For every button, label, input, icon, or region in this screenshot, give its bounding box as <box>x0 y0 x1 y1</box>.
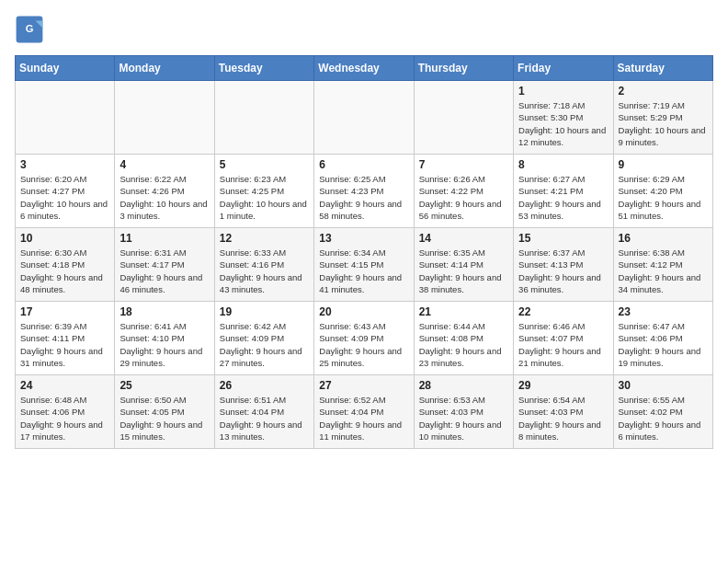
weekday-header: Friday <box>514 56 613 81</box>
day-content: Sunrise: 6:23 AM Sunset: 4:25 PM Dayligh… <box>220 173 309 222</box>
day-number: 19 <box>220 305 309 318</box>
weekday-header: Saturday <box>613 56 712 81</box>
day-content: Sunrise: 6:25 AM Sunset: 4:23 PM Dayligh… <box>319 173 408 222</box>
day-number: 8 <box>518 158 608 171</box>
day-number: 14 <box>419 232 508 245</box>
calendar-cell <box>314 81 414 155</box>
day-content: Sunrise: 6:48 AM Sunset: 4:06 PM Dayligh… <box>20 394 109 442</box>
day-content: Sunrise: 6:35 AM Sunset: 4:14 PM Dayligh… <box>419 247 508 295</box>
calendar-cell <box>115 81 214 155</box>
day-content: Sunrise: 7:18 AM Sunset: 5:30 PM Dayligh… <box>518 99 608 148</box>
calendar-cell: 16Sunrise: 6:38 AM Sunset: 4:12 PM Dayli… <box>613 228 712 302</box>
calendar-cell: 14Sunrise: 6:35 AM Sunset: 4:14 PM Dayli… <box>414 228 513 302</box>
day-number: 24 <box>20 379 109 392</box>
day-number: 17 <box>20 305 109 318</box>
day-number: 21 <box>419 305 508 318</box>
weekday-header: Sunday <box>16 56 115 81</box>
calendar-cell <box>16 81 115 155</box>
day-content: Sunrise: 6:46 AM Sunset: 4:07 PM Dayligh… <box>518 320 608 369</box>
day-content: Sunrise: 6:47 AM Sunset: 4:06 PM Dayligh… <box>619 320 708 369</box>
calendar-cell: 29Sunrise: 6:54 AM Sunset: 4:03 PM Dayli… <box>514 375 613 449</box>
day-content: Sunrise: 6:42 AM Sunset: 4:09 PM Dayligh… <box>220 320 309 369</box>
day-content: Sunrise: 6:52 AM Sunset: 4:04 PM Dayligh… <box>319 394 408 442</box>
calendar-cell: 30Sunrise: 6:55 AM Sunset: 4:02 PM Dayli… <box>613 375 712 449</box>
calendar-cell: 2Sunrise: 7:19 AM Sunset: 5:29 PM Daylig… <box>613 81 712 155</box>
logo: G <box>15 15 48 44</box>
day-content: Sunrise: 6:50 AM Sunset: 4:05 PM Dayligh… <box>119 394 209 442</box>
day-number: 10 <box>20 232 109 245</box>
day-number: 26 <box>220 379 309 392</box>
calendar-cell <box>214 81 313 155</box>
day-content: Sunrise: 6:43 AM Sunset: 4:09 PM Dayligh… <box>319 320 408 369</box>
day-number: 9 <box>619 158 708 171</box>
page-header: G <box>15 15 713 44</box>
logo-icon: G <box>15 15 44 44</box>
day-number: 5 <box>220 158 309 171</box>
calendar-cell: 17Sunrise: 6:39 AM Sunset: 4:11 PM Dayli… <box>16 302 115 375</box>
day-content: Sunrise: 6:22 AM Sunset: 4:26 PM Dayligh… <box>119 173 209 222</box>
day-number: 4 <box>119 158 209 171</box>
day-number: 1 <box>518 85 608 98</box>
day-number: 18 <box>119 305 209 318</box>
day-number: 20 <box>319 305 408 318</box>
day-content: Sunrise: 7:19 AM Sunset: 5:29 PM Dayligh… <box>619 99 708 148</box>
day-content: Sunrise: 6:41 AM Sunset: 4:10 PM Dayligh… <box>119 320 209 369</box>
day-content: Sunrise: 6:26 AM Sunset: 4:22 PM Dayligh… <box>419 173 508 222</box>
calendar-cell: 21Sunrise: 6:44 AM Sunset: 4:08 PM Dayli… <box>414 302 513 375</box>
calendar-cell: 26Sunrise: 6:51 AM Sunset: 4:04 PM Dayli… <box>214 375 313 449</box>
day-number: 13 <box>319 232 408 245</box>
weekday-header: Thursday <box>414 56 513 81</box>
day-content: Sunrise: 6:27 AM Sunset: 4:21 PM Dayligh… <box>518 173 608 222</box>
day-content: Sunrise: 6:20 AM Sunset: 4:27 PM Dayligh… <box>20 173 109 222</box>
calendar-cell: 10Sunrise: 6:30 AM Sunset: 4:18 PM Dayli… <box>16 228 115 302</box>
weekday-header: Monday <box>115 56 214 81</box>
day-content: Sunrise: 6:29 AM Sunset: 4:20 PM Dayligh… <box>619 173 708 222</box>
calendar-cell: 18Sunrise: 6:41 AM Sunset: 4:10 PM Dayli… <box>115 302 214 375</box>
day-number: 30 <box>619 379 708 392</box>
calendar-cell: 1Sunrise: 7:18 AM Sunset: 5:30 PM Daylig… <box>514 81 613 155</box>
day-number: 28 <box>419 379 508 392</box>
calendar-cell: 24Sunrise: 6:48 AM Sunset: 4:06 PM Dayli… <box>16 375 115 449</box>
day-content: Sunrise: 6:44 AM Sunset: 4:08 PM Dayligh… <box>419 320 508 369</box>
calendar-cell: 5Sunrise: 6:23 AM Sunset: 4:25 PM Daylig… <box>214 155 313 228</box>
calendar-header-row: SundayMondayTuesdayWednesdayThursdayFrid… <box>16 56 713 81</box>
day-number: 6 <box>319 158 408 171</box>
calendar-cell: 6Sunrise: 6:25 AM Sunset: 4:23 PM Daylig… <box>314 155 414 228</box>
day-number: 12 <box>220 232 309 245</box>
day-number: 11 <box>119 232 209 245</box>
calendar-week-row: 10Sunrise: 6:30 AM Sunset: 4:18 PM Dayli… <box>16 228 713 302</box>
day-content: Sunrise: 6:55 AM Sunset: 4:02 PM Dayligh… <box>619 394 708 442</box>
calendar-cell: 12Sunrise: 6:33 AM Sunset: 4:16 PM Dayli… <box>214 228 313 302</box>
calendar-cell: 4Sunrise: 6:22 AM Sunset: 4:26 PM Daylig… <box>115 155 214 228</box>
svg-text:G: G <box>26 23 34 34</box>
calendar-cell: 7Sunrise: 6:26 AM Sunset: 4:22 PM Daylig… <box>414 155 513 228</box>
calendar-cell: 23Sunrise: 6:47 AM Sunset: 4:06 PM Dayli… <box>613 302 712 375</box>
weekday-header: Tuesday <box>214 56 313 81</box>
calendar-cell: 20Sunrise: 6:43 AM Sunset: 4:09 PM Dayli… <box>314 302 414 375</box>
day-number: 22 <box>518 305 608 318</box>
calendar-cell: 13Sunrise: 6:34 AM Sunset: 4:15 PM Dayli… <box>314 228 414 302</box>
day-content: Sunrise: 6:53 AM Sunset: 4:03 PM Dayligh… <box>419 394 508 442</box>
day-content: Sunrise: 6:39 AM Sunset: 4:11 PM Dayligh… <box>20 320 109 369</box>
day-content: Sunrise: 6:33 AM Sunset: 4:16 PM Dayligh… <box>220 247 309 295</box>
day-content: Sunrise: 6:38 AM Sunset: 4:12 PM Dayligh… <box>619 247 708 295</box>
calendar-week-row: 1Sunrise: 7:18 AM Sunset: 5:30 PM Daylig… <box>16 81 713 155</box>
day-content: Sunrise: 6:31 AM Sunset: 4:17 PM Dayligh… <box>119 247 209 295</box>
calendar-week-row: 17Sunrise: 6:39 AM Sunset: 4:11 PM Dayli… <box>16 302 713 375</box>
day-number: 29 <box>518 379 608 392</box>
day-number: 27 <box>319 379 408 392</box>
day-number: 25 <box>119 379 209 392</box>
day-number: 2 <box>619 85 708 98</box>
calendar-cell: 3Sunrise: 6:20 AM Sunset: 4:27 PM Daylig… <box>16 155 115 228</box>
calendar-cell: 19Sunrise: 6:42 AM Sunset: 4:09 PM Dayli… <box>214 302 313 375</box>
calendar-table: SundayMondayTuesdayWednesdayThursdayFrid… <box>15 55 713 449</box>
calendar-cell <box>414 81 513 155</box>
day-number: 7 <box>419 158 508 171</box>
calendar-cell: 9Sunrise: 6:29 AM Sunset: 4:20 PM Daylig… <box>613 155 712 228</box>
day-content: Sunrise: 6:51 AM Sunset: 4:04 PM Dayligh… <box>220 394 309 442</box>
calendar-week-row: 24Sunrise: 6:48 AM Sunset: 4:06 PM Dayli… <box>16 375 713 449</box>
day-content: Sunrise: 6:34 AM Sunset: 4:15 PM Dayligh… <box>319 247 408 295</box>
day-number: 15 <box>518 232 608 245</box>
calendar-cell: 8Sunrise: 6:27 AM Sunset: 4:21 PM Daylig… <box>514 155 613 228</box>
calendar-cell: 25Sunrise: 6:50 AM Sunset: 4:05 PM Dayli… <box>115 375 214 449</box>
